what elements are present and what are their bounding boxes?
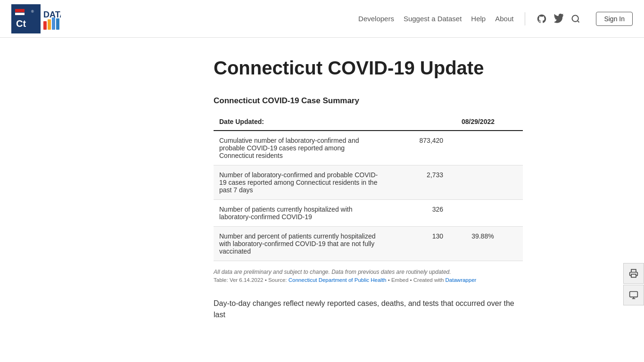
header-date: 08/29/2022	[384, 113, 523, 131]
row-value2-3: 39.88%	[462, 227, 523, 261]
print-button[interactable]	[623, 263, 644, 284]
nav-links: Developers Suggest a Dataset Help About	[358, 15, 513, 23]
svg-rect-7	[48, 19, 51, 30]
covid-data-table: Date Updated: 08/29/2022 Cumulative numb…	[214, 113, 523, 261]
site-logo[interactable]: Ct ® DATA	[11, 4, 61, 33]
sign-in-button[interactable]: Sign In	[596, 12, 633, 26]
twitter-icon[interactable]	[553, 14, 564, 24]
page-title: Connecticut COVID-19 Update	[214, 57, 523, 79]
svg-point-10	[572, 15, 578, 21]
row-value2-2	[462, 200, 523, 227]
embed-button[interactable]	[623, 285, 644, 305]
nav-about[interactable]: About	[495, 15, 513, 23]
header-label: Date Updated:	[214, 113, 384, 131]
search-icon[interactable]	[570, 14, 581, 24]
main-content: Connecticut COVID-19 Update Connecticut …	[110, 38, 534, 339]
table-row: Cumulative number of laboratory-confirme…	[214, 131, 523, 165]
svg-rect-13	[630, 292, 638, 297]
row-value1-2: 326	[384, 200, 462, 227]
source-link[interactable]: Connecticut Department of Public Health	[289, 277, 387, 283]
svg-rect-12	[631, 274, 636, 278]
day-to-day-text: Day-to-day changes reflect newly reporte…	[214, 298, 523, 321]
covid-summary-section: Connecticut COVID-19 Case Summary Date U…	[214, 96, 523, 283]
row-value2-0	[462, 131, 523, 165]
svg-text:Ct: Ct	[16, 18, 26, 29]
svg-rect-9	[56, 18, 59, 30]
logo-area: Ct ® DATA	[11, 4, 61, 33]
row-label-3: Number and percent of patients currently…	[214, 227, 384, 261]
row-label-0: Cumulative number of laboratory-confirme…	[214, 131, 384, 165]
table-row: Number and percent of patients currently…	[214, 227, 523, 261]
section-title: Connecticut COVID-19 Case Summary	[214, 96, 523, 106]
table-row: Number of patients currently hospitalize…	[214, 200, 523, 227]
nav-developers[interactable]: Developers	[358, 15, 394, 23]
row-label-2: Number of patients currently hospitalize…	[214, 200, 384, 227]
table-row: Number of laboratory-confirmed and proba…	[214, 165, 523, 200]
source-embed: • Embed	[387, 277, 409, 283]
svg-line-11	[578, 20, 579, 22]
nav-icons	[537, 14, 581, 24]
svg-rect-2	[15, 13, 25, 15]
datawrapper-link[interactable]: Datawrapper	[446, 277, 477, 283]
row-value2-1	[462, 165, 523, 200]
svg-text:®: ®	[31, 9, 34, 14]
source-prefix: Table: Ver 6.14.2022 • Source:	[214, 277, 289, 283]
nav-suggest[interactable]: Suggest a Dataset	[404, 15, 462, 23]
table-source: Table: Ver 6.14.2022 • Source: Connectic…	[214, 277, 523, 283]
nav-divider	[525, 12, 525, 25]
svg-rect-8	[52, 17, 55, 30]
github-icon[interactable]	[537, 14, 547, 24]
main-nav: Developers Suggest a Dataset Help About	[358, 12, 633, 26]
row-value1-3: 130	[384, 227, 462, 261]
nav-help[interactable]: Help	[471, 15, 486, 23]
site-header: Ct ® DATA Developers Suggest a Dataset H…	[0, 0, 644, 38]
row-label-1: Number of laboratory-confirmed and proba…	[214, 165, 384, 200]
row-value1-0: 873,420	[384, 131, 462, 165]
source-created: • Created with	[408, 277, 445, 283]
svg-rect-6	[43, 21, 47, 30]
table-note: All data are preliminary and subject to …	[214, 269, 523, 275]
row-value1-1: 2,733	[384, 165, 462, 200]
side-actions	[623, 263, 644, 305]
table-header-row: Date Updated: 08/29/2022	[214, 113, 523, 131]
svg-rect-1	[15, 9, 25, 12]
